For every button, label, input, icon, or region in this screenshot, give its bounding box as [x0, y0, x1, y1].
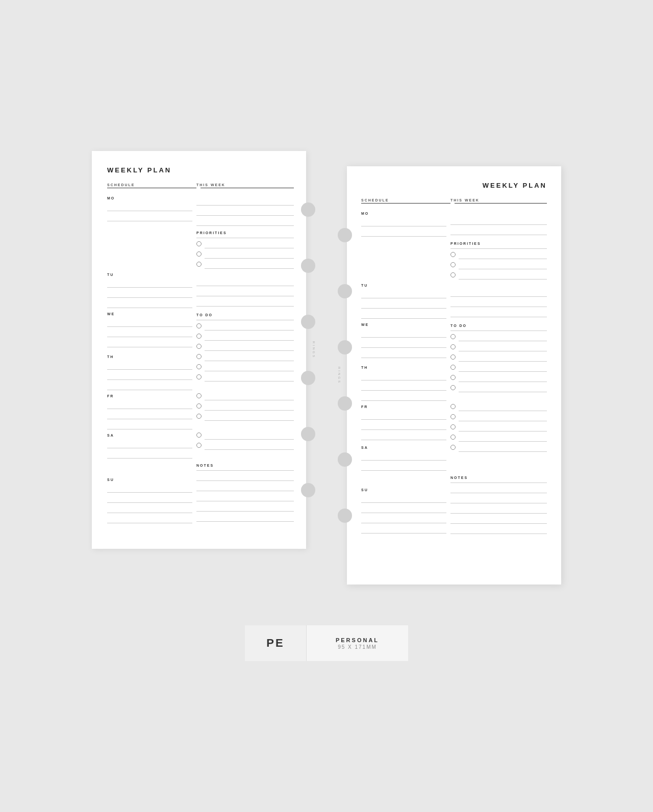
priorities-section-left: PRIORITIES [107, 227, 294, 270]
we-todo-right: WE TO DO [361, 320, 547, 363]
todo-circle-6 [196, 374, 202, 379]
schedule-header-right: SCHEDULE [361, 198, 450, 202]
todo-circle-1 [196, 323, 202, 328]
fr-row-right: FR [361, 402, 547, 443]
right-card-title: WEEKLY PLAN [361, 182, 547, 189]
day-mo-right: MO [361, 212, 446, 215]
r-todo-circle-5 [450, 375, 456, 380]
r-todo-circle-11 [450, 445, 456, 450]
todo-label-right: TO DO [450, 324, 547, 327]
r-hole-punch-4 [338, 396, 352, 411]
todo-circle-7 [196, 393, 202, 398]
fr-row: FR [107, 391, 294, 430]
r-hole-punch-1 [338, 228, 352, 242]
footer-code-box: PE [245, 625, 306, 661]
rings-label-left: RINGS [312, 341, 315, 359]
r-hole-punch-6 [338, 509, 352, 523]
day-fr-right: FR [361, 405, 446, 409]
notes-label-right: NOTES [450, 476, 547, 479]
day-tu-left: TU [107, 273, 192, 276]
footer-size: 95 X 171MM [338, 644, 377, 650]
day-su-left: SU [107, 478, 192, 481]
r-todo-circle-7 [450, 404, 456, 409]
footer-code: PE [266, 637, 284, 650]
r-priority-circle-2 [450, 262, 456, 267]
day-mo-left: MO [107, 196, 192, 200]
todo-circle-3 [196, 344, 202, 349]
priorities-label-right: PRIORITIES [450, 242, 547, 245]
r-todo-circle-3 [450, 354, 456, 360]
mo-row: MO [107, 193, 294, 227]
priorities-section-right: PRIORITIES [361, 238, 547, 281]
hole-punch-4 [301, 371, 315, 385]
sa-row: SA [107, 430, 294, 460]
hole-punch-6 [301, 483, 315, 497]
left-card-title: WEEKLY PLAN [107, 166, 294, 174]
todo-circle-11 [196, 443, 202, 448]
sa-row-right: SA [361, 443, 547, 472]
footer-info-box: PERSONAL 95 X 171MM [306, 625, 408, 661]
r-todo-circle-10 [450, 435, 456, 440]
todo-circle-10 [196, 433, 202, 438]
todo-circle-8 [196, 403, 202, 409]
notes-label-left: NOTES [196, 464, 294, 467]
hole-punch-1 [301, 202, 315, 217]
left-planner-card: WEEKLY PLAN SCHEDULE THIS WEEK MO [92, 151, 306, 549]
priority-circle-2 [196, 251, 202, 257]
priority-circle-1 [196, 241, 202, 246]
r-todo-circle-6 [450, 385, 456, 390]
day-we-right: WE [361, 323, 446, 326]
mo-row-right: MO [361, 209, 547, 238]
th-row: TH [107, 352, 294, 391]
r-hole-punch-3 [338, 340, 352, 354]
day-sa-left: SA [107, 434, 192, 437]
hole-punch-5 [301, 427, 315, 441]
tu-row: TU [107, 270, 294, 309]
priority-circle-3 [196, 262, 202, 267]
r-priority-circle-3 [450, 272, 456, 277]
r-todo-circle-2 [450, 344, 456, 349]
day-su-right: SU [361, 488, 446, 492]
day-tu-right: TU [361, 284, 446, 287]
day-th-right: TH [361, 366, 446, 369]
r-todo-circle-9 [450, 424, 456, 429]
priorities-label-left: PRIORITIES [196, 231, 294, 235]
hole-punch-3 [301, 315, 315, 329]
tu-row-right: TU [361, 281, 547, 320]
r-hole-punch-2 [338, 284, 352, 298]
we-todo-section: WE TO DO [107, 309, 294, 352]
todo-circle-2 [196, 334, 202, 339]
day-fr-left: FR [107, 394, 192, 398]
r-priority-circle-1 [450, 252, 456, 257]
footer-label: PERSONAL [336, 637, 379, 643]
todo-circle-5 [196, 364, 202, 369]
day-we-left: WE [107, 312, 192, 316]
right-planner-card: WEEKLY PLAN SCHEDULE THIS WEEK MO [347, 166, 561, 585]
r-hole-punch-5 [338, 452, 352, 467]
todo-label-left: TO DO [196, 313, 294, 317]
todo-circle-4 [196, 354, 202, 359]
r-todo-circle-4 [450, 365, 456, 370]
day-th-left: TH [107, 355, 192, 359]
todo-circle-9 [196, 414, 202, 419]
r-todo-circle-8 [450, 414, 456, 419]
r-todo-circle-1 [450, 334, 456, 339]
footer: PE PERSONAL 95 X 171MM [245, 625, 408, 661]
thisweek-header-left: THIS WEEK [196, 183, 294, 187]
notes-su-section: SU NOTES [107, 460, 294, 524]
rings-label-right: RINGS [338, 367, 341, 384]
day-sa-right: SA [361, 446, 446, 449]
schedule-header-left: SCHEDULE [107, 183, 196, 187]
notes-su-right: SU NOTES [361, 472, 547, 535]
hole-punch-2 [301, 259, 315, 273]
thisweek-header-right: THIS WEEK [450, 198, 547, 202]
th-row-right: TH [361, 363, 547, 402]
